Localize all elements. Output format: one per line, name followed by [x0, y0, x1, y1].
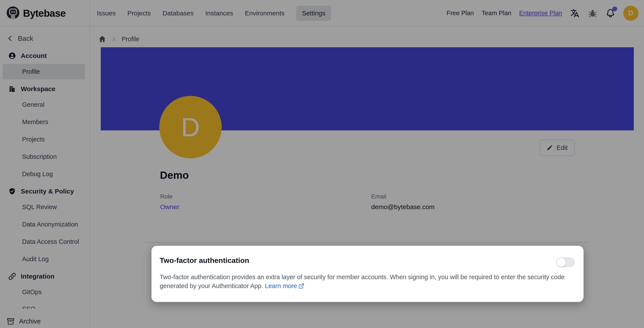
- two-factor-auth-title: Two-factor authentication: [160, 256, 249, 265]
- two-factor-auth-card: Two-factor authentication Two-factor aut…: [152, 246, 584, 302]
- two-factor-auth-description-text: Two-factor authentication provides an ex…: [160, 273, 564, 289]
- two-factor-auth-description: Two-factor authentication provides an ex…: [160, 273, 578, 290]
- two-factor-auth-toggle[interactable]: [556, 257, 575, 267]
- learn-more-link[interactable]: Learn more: [265, 282, 297, 289]
- bytebase-app: Bytebase Issues Projects Databases Insta…: [0, 0, 644, 328]
- external-link-icon: [298, 282, 304, 288]
- toggle-knob: [557, 258, 566, 267]
